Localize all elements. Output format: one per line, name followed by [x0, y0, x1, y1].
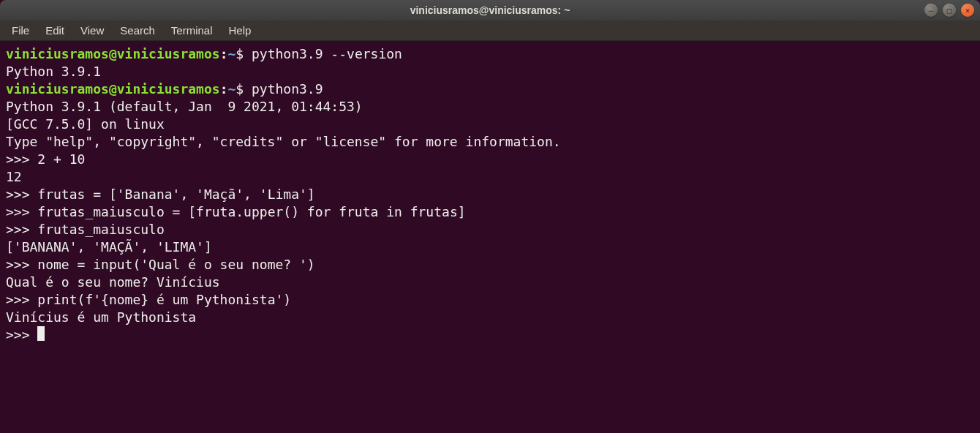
repl-line-3: >>> frutas_maiusculo = [fruta.upper() fo… — [6, 203, 974, 221]
repl-line-cursor: >>> — [6, 326, 974, 344]
repl-prompt: >>> — [6, 222, 37, 237]
input-prompt-response: Qual é o seu nome? Vinícius — [6, 274, 974, 291]
python-header-3: Type "help", "copyright", "credits" or "… — [6, 133, 974, 151]
repl-line-2: >>> frutas = ['Banana', 'Maçã', 'Lima'] — [6, 186, 974, 203]
ps1-host: viniciusramos — [117, 46, 220, 61]
repl-result-4: ['BANANA', 'MAÇÃ', 'LIMA'] — [6, 238, 974, 256]
ps1-at: @ — [109, 46, 117, 61]
output-1: Python 3.9.1 — [6, 63, 974, 80]
repl-result-6: Vinícius é um Pythonista — [6, 309, 974, 326]
titlebar: viniciusramos@viniciusramos: ~ – □ × — [0, 0, 980, 20]
menu-file[interactable]: File — [4, 22, 37, 39]
minimize-button[interactable]: – — [924, 4, 938, 17]
prompt-line-1: viniciusramos@viniciusramos:~$ python3.9… — [6, 45, 974, 63]
repl-line-1: >>> 2 + 10 — [6, 151, 974, 168]
window-title: viniciusramos@viniciusramos: ~ — [410, 4, 570, 16]
repl-input-2: frutas = ['Banana', 'Maçã', 'Lima'] — [37, 187, 314, 202]
ps1-dollar: $ — [235, 81, 252, 97]
menu-view[interactable]: View — [73, 22, 111, 39]
repl-line-5: >>> nome = input('Qual é o seu nome? ') — [6, 256, 974, 274]
command-1: python3.9 --version — [252, 46, 402, 61]
minimize-icon: – — [929, 6, 934, 15]
repl-line-4: >>> frutas_maiusculo — [6, 221, 974, 238]
terminal-viewport[interactable]: viniciusramos@viniciusramos:~$ python3.9… — [0, 41, 980, 433]
command-2: python3.9 — [252, 81, 323, 97]
prompt-line-2: viniciusramos@viniciusramos:~$ python3.9 — [6, 80, 974, 98]
repl-prompt: >>> — [6, 257, 37, 272]
ps1-dollar: $ — [235, 46, 252, 61]
repl-input-3: frutas_maiusculo = [fruta.upper() for fr… — [37, 204, 465, 219]
repl-result-1: 12 — [6, 168, 974, 186]
repl-input-6: print(f'{nome} é um Pythonista') — [37, 292, 291, 307]
ps1-path: ~ — [227, 81, 235, 97]
repl-prompt: >>> — [6, 204, 37, 219]
maximize-button[interactable]: □ — [943, 4, 956, 17]
repl-prompt: >>> — [6, 292, 37, 307]
ps1-at: @ — [109, 81, 117, 97]
ps1-path: ~ — [227, 46, 235, 61]
ps1-colon: : — [220, 81, 228, 97]
repl-input-1: 2 + 10 — [37, 151, 85, 167]
python-header-2: [GCC 7.5.0] on linux — [6, 116, 974, 133]
window-controls: – □ × — [924, 4, 974, 17]
ps1-host: viniciusramos — [117, 81, 220, 97]
repl-input-5: nome = input('Qual é o seu nome? ') — [37, 257, 314, 272]
menu-search[interactable]: Search — [113, 22, 162, 39]
repl-prompt: >>> — [6, 151, 37, 167]
close-icon: × — [965, 6, 970, 15]
ps1-user: viniciusramos — [6, 46, 109, 61]
cursor-icon — [37, 326, 45, 341]
ps1-user: viniciusramos — [6, 81, 109, 97]
repl-input-4: frutas_maiusculo — [37, 222, 164, 237]
ps1-colon: : — [220, 46, 228, 61]
python-header-1: Python 3.9.1 (default, Jan 9 2021, 01:44… — [6, 98, 974, 116]
menu-terminal[interactable]: Terminal — [164, 22, 220, 39]
maximize-icon: □ — [947, 6, 952, 15]
close-button[interactable]: × — [961, 4, 974, 17]
menu-edit[interactable]: Edit — [38, 22, 72, 39]
menubar: File Edit View Search Terminal Help — [0, 20, 980, 41]
repl-line-6: >>> print(f'{nome} é um Pythonista') — [6, 291, 974, 309]
menu-help[interactable]: Help — [222, 22, 259, 39]
repl-prompt: >>> — [6, 187, 37, 202]
repl-prompt: >>> — [6, 327, 37, 342]
